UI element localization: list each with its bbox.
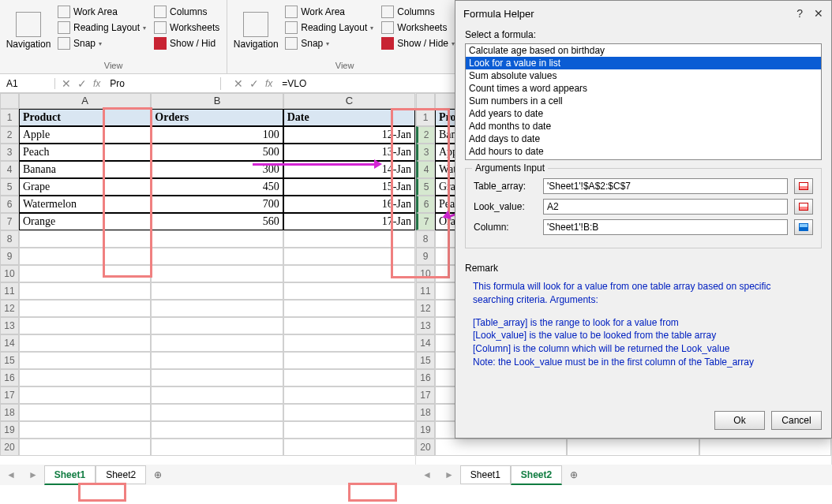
columns-button[interactable]: Columns bbox=[152, 5, 222, 19]
row-header[interactable]: 10 bbox=[0, 265, 19, 282]
cell[interactable] bbox=[151, 334, 283, 352]
row-header[interactable]: 19 bbox=[416, 421, 435, 439]
row-header[interactable]: 10 bbox=[416, 265, 435, 282]
cancel-icon[interactable]: ✕ bbox=[234, 77, 243, 90]
cell[interactable]: Peach bbox=[19, 144, 151, 161]
cell[interactable] bbox=[283, 369, 415, 386]
reading-layout-button[interactable]: Reading Layout▾ bbox=[55, 21, 148, 35]
row-header[interactable]: 16 bbox=[416, 369, 435, 386]
formula-item[interactable]: Sum numbers in a cell bbox=[466, 95, 821, 107]
row-header[interactable]: 18 bbox=[0, 404, 19, 421]
row-header[interactable]: 3 bbox=[416, 144, 435, 161]
row-header[interactable]: 15 bbox=[0, 352, 19, 369]
fx-icon[interactable]: fx bbox=[265, 78, 272, 89]
help-icon[interactable]: ? bbox=[796, 7, 803, 20]
column-header[interactable]: C bbox=[283, 93, 415, 109]
cell[interactable] bbox=[19, 300, 151, 317]
row-header[interactable]: 12 bbox=[0, 300, 19, 317]
cell[interactable] bbox=[283, 248, 415, 265]
cell[interactable]: 15-Jan bbox=[283, 178, 415, 196]
cell[interactable] bbox=[283, 352, 415, 369]
row-header[interactable]: 11 bbox=[416, 282, 435, 300]
cell[interactable] bbox=[283, 334, 415, 352]
arg-look-value-input[interactable] bbox=[543, 199, 788, 215]
cell[interactable] bbox=[283, 230, 415, 248]
arg-table-array-input[interactable] bbox=[543, 178, 788, 194]
formula-item[interactable]: Add months to date bbox=[466, 120, 821, 133]
tab-sheet1[interactable]: Sheet1 bbox=[460, 465, 511, 484]
cell[interactable]: 16-Jan bbox=[283, 196, 415, 213]
row-header[interactable]: 5 bbox=[0, 178, 19, 196]
cell[interactable] bbox=[151, 282, 283, 300]
work-area-button[interactable]: Work Area bbox=[283, 5, 376, 19]
row-header[interactable]: 7 bbox=[0, 213, 19, 230]
row-header[interactable]: 13 bbox=[416, 317, 435, 334]
cell[interactable] bbox=[19, 352, 151, 369]
cell[interactable]: 500 bbox=[151, 144, 283, 161]
cell[interactable] bbox=[19, 404, 151, 421]
row-header[interactable]: 8 bbox=[0, 230, 19, 248]
range-select-button[interactable] bbox=[794, 199, 813, 215]
row-header[interactable]: 18 bbox=[416, 404, 435, 421]
cell[interactable] bbox=[19, 248, 151, 265]
navigation-button[interactable]: Navigation bbox=[5, 2, 52, 59]
row-header[interactable]: 7 bbox=[416, 213, 435, 230]
worksheets-button[interactable]: Worksheets bbox=[152, 21, 222, 35]
cell[interactable] bbox=[151, 421, 283, 439]
cell[interactable]: 12-Jan bbox=[283, 126, 415, 144]
cell[interactable] bbox=[151, 369, 283, 386]
cell[interactable] bbox=[283, 300, 415, 317]
cell[interactable]: Watermelon bbox=[19, 196, 151, 213]
cell[interactable]: Orders bbox=[151, 109, 283, 126]
tab-sheet1[interactable]: Sheet1 bbox=[44, 465, 96, 485]
cell[interactable] bbox=[283, 386, 415, 404]
cell[interactable] bbox=[19, 230, 151, 248]
cell[interactable] bbox=[283, 421, 415, 439]
ok-button[interactable]: Ok bbox=[714, 411, 765, 430]
column-header[interactable]: A bbox=[19, 93, 151, 109]
row-header[interactable]: 1 bbox=[0, 109, 19, 126]
cell[interactable] bbox=[19, 439, 151, 456]
cell[interactable] bbox=[19, 421, 151, 439]
formula-item[interactable]: Look for a value in list bbox=[466, 57, 821, 69]
tab-prev-icon[interactable]: ◄ bbox=[0, 469, 22, 480]
cell[interactable] bbox=[19, 317, 151, 334]
row-header[interactable]: 15 bbox=[416, 352, 435, 369]
tab-sheet2[interactable]: Sheet2 bbox=[511, 465, 562, 485]
cell[interactable] bbox=[19, 334, 151, 352]
formula-text[interactable]: =VLO bbox=[279, 78, 306, 89]
row-header[interactable]: 13 bbox=[0, 317, 19, 334]
cell[interactable] bbox=[435, 439, 567, 456]
cell[interactable] bbox=[283, 317, 415, 334]
cell[interactable]: Product bbox=[19, 109, 151, 126]
snap-button[interactable]: Snap▾ bbox=[55, 36, 148, 50]
formula-item[interactable]: Count times a word appears bbox=[466, 82, 821, 95]
row-header[interactable]: 3 bbox=[0, 144, 19, 161]
cell[interactable]: Apple bbox=[19, 126, 151, 144]
show-hide-button[interactable]: Show / Hide▾ bbox=[379, 36, 457, 50]
row-header[interactable]: 20 bbox=[416, 439, 435, 456]
cell[interactable]: 17-Jan bbox=[283, 213, 415, 230]
cell[interactable]: Banana bbox=[19, 161, 151, 178]
cell[interactable] bbox=[151, 265, 283, 282]
arg-column-input[interactable] bbox=[543, 219, 788, 235]
row-header[interactable]: 2 bbox=[0, 126, 19, 144]
range-select-button[interactable] bbox=[794, 219, 813, 235]
cell[interactable] bbox=[19, 369, 151, 386]
formula-list[interactable]: Calculate age based on birthdayLook for … bbox=[465, 43, 822, 160]
row-header[interactable]: 8 bbox=[416, 230, 435, 248]
row-header[interactable]: 11 bbox=[0, 282, 19, 300]
snap-button[interactable]: Snap▾ bbox=[283, 36, 376, 50]
fx-icon[interactable]: fx bbox=[93, 78, 100, 89]
show-hide-button[interactable]: Show / Hid bbox=[152, 36, 222, 50]
tab-next-icon[interactable]: ► bbox=[22, 469, 44, 480]
row-header[interactable]: 6 bbox=[0, 196, 19, 213]
row-header[interactable]: 12 bbox=[416, 300, 435, 317]
row-header[interactable]: 2 bbox=[416, 126, 435, 144]
row-header[interactable]: 1 bbox=[416, 109, 435, 126]
cell[interactable]: Orange bbox=[19, 213, 151, 230]
tab-next-icon[interactable]: ► bbox=[438, 469, 460, 480]
cell[interactable] bbox=[283, 439, 415, 456]
row-header[interactable]: 14 bbox=[0, 334, 19, 352]
reading-layout-button[interactable]: Reading Layout▾ bbox=[283, 21, 376, 35]
